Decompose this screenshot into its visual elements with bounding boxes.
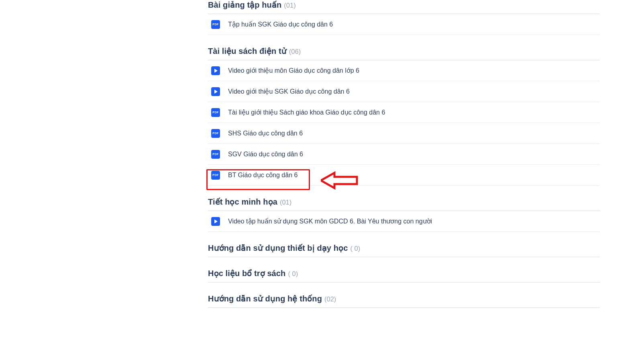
section-count: (01) xyxy=(284,2,296,9)
item-label: Video tập huấn sử dụng SGK môn GDCD 6. B… xyxy=(228,217,432,225)
section-title: Tiết học minh họa xyxy=(208,197,277,207)
list-item[interactable]: PDFBT Giáo dục công dân 6 xyxy=(208,165,600,186)
pdf-icon: PDF xyxy=(211,150,220,159)
section-count: (01) xyxy=(280,199,291,206)
section-title: Hướng dẫn sử dụng hệ thống xyxy=(208,294,322,303)
item-label: Video giới thiệu SGK Giáo dục công dân 6 xyxy=(228,88,350,95)
section-title: Hướng dẫn sử dụng thiết bị dạy học xyxy=(208,243,348,253)
section-hoc_lieu_bo_tro_sach: Học liệu bổ trợ sách( 0) xyxy=(208,268,600,283)
list-item[interactable]: PDFSHS Giáo dục công dân 6 xyxy=(208,123,600,144)
section-title: Tài liệu sách điện tử xyxy=(208,46,287,56)
section-count: (06) xyxy=(289,48,301,55)
section-huong_dan_su_dung_he_thong: Hướng dẫn sử dụng hệ thống(02) xyxy=(208,294,600,308)
list-item[interactable]: Video tập huấn sử dụng SGK môn GDCD 6. B… xyxy=(208,211,600,232)
pdf-icon: PDF xyxy=(211,108,220,117)
video-play-icon xyxy=(211,66,220,75)
list-item[interactable]: Video giới thiệu SGK Giáo dục công dân 6 xyxy=(208,81,600,102)
video-play-icon xyxy=(211,217,220,226)
item-list: Video giới thiệu môn Giáo dục công dân l… xyxy=(208,60,600,186)
section-header: Tài liệu sách điện tử(06) xyxy=(208,46,600,60)
item-label: Video giới thiệu môn Giáo dục công dân l… xyxy=(228,67,359,74)
section-count: (02) xyxy=(324,295,336,303)
list-item[interactable]: Video giới thiệu môn Giáo dục công dân l… xyxy=(208,60,600,81)
item-label: Tập huấn SGK Giáo dục công dân 6 xyxy=(228,20,333,28)
section-huong_dan_su_dung_thiet_bi_day_hoc: Hướng dẫn sử dụng thiết bị dạy học( 0) xyxy=(208,243,600,257)
section-count: ( 0) xyxy=(350,245,360,252)
item-label: BT Giáo dục công dân 6 xyxy=(228,171,298,179)
section-bai_giang_tap_huan: Bài giảng tập huấn(01)PDFTập huấn SGK Gi… xyxy=(208,0,600,35)
item-list: Video tập huấn sử dụng SGK môn GDCD 6. B… xyxy=(208,211,600,232)
section-title: Học liệu bổ trợ sách xyxy=(208,268,285,278)
list-item[interactable]: PDFTập huấn SGK Giáo dục công dân 6 xyxy=(208,14,600,35)
section-header: Học liệu bổ trợ sách( 0) xyxy=(208,268,600,283)
section-header: Hướng dẫn sử dụng hệ thống(02) xyxy=(208,294,600,308)
item-label: SHS Giáo dục công dân 6 xyxy=(228,129,303,137)
section-tai_lieu_sach_dien_tu: Tài liệu sách điện tử(06)Video giới thiệ… xyxy=(208,46,600,186)
section-tiet_hoc_minh_hoa: Tiết học minh họa(01)Video tập huấn sử d… xyxy=(208,197,600,232)
pdf-icon: PDF xyxy=(211,171,220,180)
section-count: ( 0) xyxy=(288,270,298,278)
section-title: Bài giảng tập huấn xyxy=(208,0,281,10)
section-header: Tiết học minh họa(01) xyxy=(208,197,600,211)
list-item[interactable]: PDFTài liệu giới thiệu Sách giáo khoa Gi… xyxy=(208,102,600,123)
item-label: SGV Giáo dục công dân 6 xyxy=(228,150,303,158)
pdf-icon: PDF xyxy=(211,20,220,29)
item-list: PDFTập huấn SGK Giáo dục công dân 6 xyxy=(208,14,600,35)
video-play-icon xyxy=(211,87,220,96)
section-header: Bài giảng tập huấn(01) xyxy=(208,0,600,14)
pdf-icon: PDF xyxy=(211,129,220,138)
list-item[interactable]: PDFSGV Giáo dục công dân 6 xyxy=(208,144,600,165)
section-header: Hướng dẫn sử dụng thiết bị dạy học( 0) xyxy=(208,243,600,257)
item-label: Tài liệu giới thiệu Sách giáo khoa Giáo … xyxy=(228,109,385,116)
